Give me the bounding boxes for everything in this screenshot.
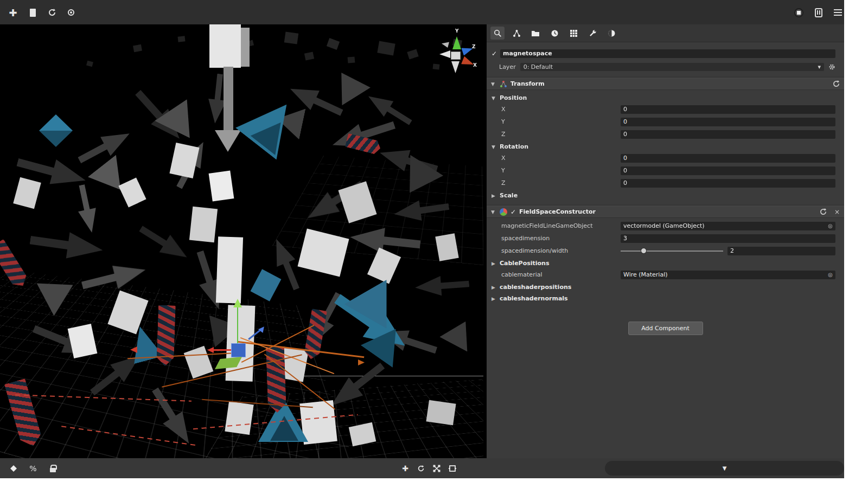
rotate-tool-icon[interactable] bbox=[46, 6, 59, 19]
foldout-arrow-icon[interactable]: ▼ bbox=[492, 144, 497, 150]
grid-icon[interactable] bbox=[566, 27, 580, 40]
contrast-icon[interactable] bbox=[604, 27, 618, 40]
pause-glyph bbox=[815, 8, 822, 17]
axis-center-cube[interactable] bbox=[451, 52, 461, 60]
width-slider[interactable] bbox=[621, 247, 723, 255]
orbit-tool-icon[interactable] bbox=[65, 6, 78, 19]
scene-shape bbox=[426, 400, 456, 426]
position-z-field[interactable]: 0 bbox=[621, 130, 835, 139]
spacedimension-field[interactable]: 3 bbox=[621, 234, 835, 243]
scene-shape bbox=[284, 31, 299, 44]
rotation-z-row: Z 0 bbox=[487, 178, 835, 188]
axis-label: Z bbox=[487, 131, 621, 138]
axis-label: Y bbox=[487, 118, 621, 125]
scene-shape bbox=[215, 130, 241, 152]
rotation-z-field[interactable]: 0 bbox=[621, 179, 835, 188]
transform-header[interactable]: ▼ Transform bbox=[487, 78, 844, 90]
scene-shape bbox=[348, 56, 355, 63]
object-field-row: magneticFieldLineGameObject vectormodel … bbox=[487, 221, 835, 230]
slider-knob[interactable] bbox=[641, 248, 647, 254]
history-icon[interactable] bbox=[547, 27, 561, 40]
rotate-tool-icon[interactable] bbox=[415, 463, 427, 474]
material-reference-field[interactable]: Wire (Material) ◎ bbox=[621, 271, 835, 279]
foldout-arrow-icon[interactable]: ▶ bbox=[492, 296, 497, 301]
slider-track bbox=[621, 251, 723, 252]
position-x-row: X 0 bbox=[487, 105, 835, 114]
snap-percent-icon[interactable]: % bbox=[27, 463, 39, 474]
component-title: FieldSpaceConstructor bbox=[519, 208, 812, 215]
folder-icon[interactable] bbox=[528, 27, 542, 40]
cablepositions-foldout[interactable]: ▶ CablePositions bbox=[492, 260, 844, 267]
foldout-arrow-icon[interactable]: ▶ bbox=[492, 285, 497, 290]
rotation-x-field[interactable]: 0 bbox=[621, 154, 835, 163]
foldout-arrow-icon[interactable]: ▶ bbox=[492, 261, 497, 266]
tools-icon[interactable] bbox=[585, 27, 599, 40]
rotation-y-field[interactable]: 0 bbox=[621, 166, 835, 175]
position-foldout[interactable]: ▼ Position bbox=[492, 94, 844, 101]
scale-tool-icon[interactable] bbox=[431, 463, 443, 474]
lock-icon[interactable] bbox=[47, 463, 59, 474]
position-x-field[interactable]: 0 bbox=[621, 105, 835, 114]
axis-neg-cone[interactable] bbox=[442, 41, 449, 48]
axis-neg-cone[interactable] bbox=[439, 50, 450, 58]
layer-dropdown[interactable]: 0: Default ▾ bbox=[520, 63, 824, 71]
axis-label: Z bbox=[487, 179, 621, 187]
foldout-arrow-icon[interactable]: ▶ bbox=[492, 193, 497, 198]
scene-viewport[interactable]: Y Z X bbox=[0, 24, 483, 458]
bottom-toolbar: % ✚ ▼ bbox=[0, 458, 844, 478]
object-picker-icon[interactable]: ◎ bbox=[828, 271, 833, 279]
cableshadernormals-foldout[interactable]: ▶ cableshadernormals bbox=[492, 295, 844, 302]
object-picker-icon[interactable]: ◎ bbox=[828, 222, 833, 230]
component-header[interactable]: ▼ ✓ FieldSpaceConstructor × bbox=[487, 206, 844, 218]
pan-tool-icon[interactable]: ✚ bbox=[7, 6, 20, 19]
rect-glyph bbox=[30, 9, 36, 17]
orientation-gizmo[interactable]: Y Z X bbox=[436, 28, 477, 80]
active-checkbox[interactable]: ✓ bbox=[492, 50, 497, 57]
foldout-arrow-icon[interactable]: ▼ bbox=[491, 81, 496, 87]
diamond-glyph bbox=[10, 465, 17, 472]
foldout-arrow-icon[interactable]: ▼ bbox=[491, 209, 496, 215]
cablepositions-label: CablePositions bbox=[500, 260, 550, 267]
search-icon[interactable] bbox=[490, 27, 505, 40]
add-component-button[interactable]: Add Component bbox=[628, 322, 703, 335]
foldout-arrow-icon[interactable]: ▼ bbox=[492, 95, 497, 101]
position-y-field[interactable]: 0 bbox=[621, 118, 835, 126]
scene-shape bbox=[251, 269, 282, 301]
gizmo-y-axis[interactable] bbox=[237, 306, 238, 343]
scene-shape bbox=[86, 61, 93, 67]
rotation-foldout[interactable]: ▼ Rotation bbox=[492, 143, 844, 150]
gizmo-x-axis[interactable] bbox=[213, 349, 231, 351]
close-icon[interactable]: × bbox=[834, 208, 840, 216]
move-tool-icon[interactable]: ✚ bbox=[399, 463, 411, 474]
gameobject-name-field[interactable]: magnetospace bbox=[500, 49, 835, 58]
cablematerial-row: cablematerial Wire (Material) ◎ bbox=[487, 270, 835, 279]
hierarchy-icon[interactable] bbox=[509, 27, 524, 40]
axis-label: X bbox=[487, 155, 621, 162]
component-enabled-checkbox[interactable]: ✓ bbox=[510, 208, 516, 216]
cableshaderpositions-foldout[interactable]: ▶ cableshaderpositions bbox=[492, 284, 844, 291]
menu-icon[interactable] bbox=[831, 6, 844, 19]
stop-record-icon[interactable] bbox=[792, 6, 805, 19]
scene-shape bbox=[39, 131, 73, 147]
rotation-label: Rotation bbox=[500, 143, 528, 150]
gear-icon[interactable] bbox=[828, 63, 835, 70]
gizmo-toggle-icon[interactable] bbox=[8, 463, 20, 474]
slider-value-field[interactable]: 2 bbox=[727, 247, 835, 255]
console-expander[interactable]: ▼ bbox=[605, 461, 844, 476]
axis-y-cone[interactable] bbox=[452, 36, 461, 49]
chevron-down-icon: ▼ bbox=[723, 465, 727, 471]
rotation-x-row: X 0 bbox=[487, 153, 835, 163]
axis-neg-cone[interactable] bbox=[451, 61, 459, 73]
app-window: ✚ bbox=[0, 0, 844, 478]
axis-z-label: Z bbox=[472, 44, 476, 49]
rect-tool-icon[interactable] bbox=[446, 463, 458, 474]
pause-icon[interactable] bbox=[812, 6, 825, 19]
gizmo-center-cube[interactable] bbox=[231, 343, 246, 357]
gameobject-reference-field[interactable]: vectormodel (GameObject) ◎ bbox=[621, 222, 835, 230]
refresh-icon[interactable] bbox=[833, 80, 840, 87]
scale-foldout[interactable]: ▶ Scale bbox=[492, 192, 844, 199]
scene-shape bbox=[13, 177, 41, 209]
rect-tool-icon[interactable] bbox=[26, 6, 39, 19]
position-y-row: Y 0 bbox=[487, 117, 835, 126]
refresh-icon[interactable] bbox=[820, 208, 827, 215]
